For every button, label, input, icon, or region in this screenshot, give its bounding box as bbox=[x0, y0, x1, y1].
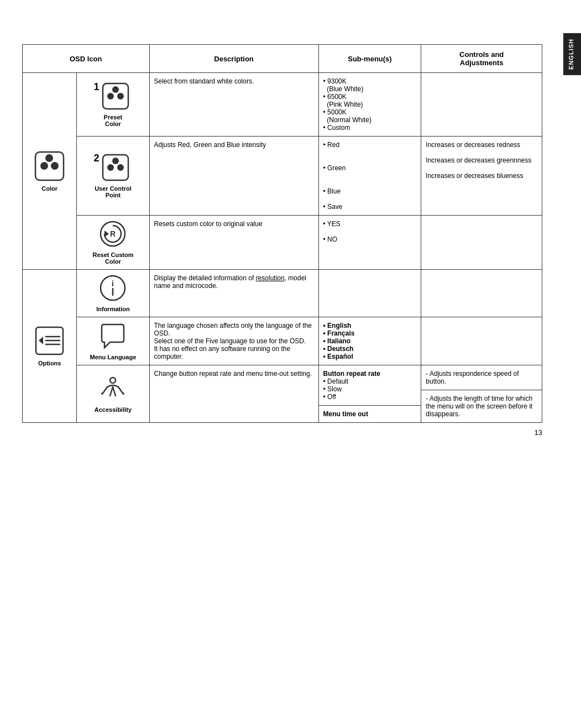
menu-language-icon bbox=[99, 322, 127, 350]
svg-line-25 bbox=[118, 387, 122, 392]
user-control-cell: 2 User ControlPoint bbox=[77, 137, 149, 216]
svg-point-7 bbox=[112, 86, 119, 93]
svg-line-27 bbox=[113, 387, 116, 396]
options-label: Options bbox=[27, 360, 72, 366]
color-icon bbox=[34, 151, 65, 181]
preset-color-controls bbox=[421, 73, 542, 137]
menu-language-description: The language chosen affects only the lan… bbox=[149, 317, 318, 365]
accessibility-controls: - Adjusts respondence speed of button. -… bbox=[421, 365, 542, 423]
information-icon: i bbox=[99, 274, 127, 302]
menu-language-controls bbox=[421, 317, 542, 365]
main-table: OSD Icon Description Sub-menu(s) Control… bbox=[22, 44, 542, 423]
user-control-controls: Increases or decreases redness Increases… bbox=[421, 137, 542, 216]
information-description: Display the detailed information of reso… bbox=[149, 270, 318, 317]
svg-point-23 bbox=[110, 378, 116, 383]
menu-language-cell: Menu Language bbox=[77, 317, 149, 365]
col-controls: Controls and Adjustments bbox=[421, 45, 542, 73]
language-tab: ENGLISH bbox=[563, 33, 581, 75]
preset-color-description: Select from standard white colors. bbox=[149, 73, 318, 137]
svg-point-9 bbox=[107, 164, 114, 171]
preset-color-label: PresetColor bbox=[81, 114, 144, 127]
options-group-icon: Options bbox=[23, 270, 77, 423]
col-osd-icon: OSD Icon bbox=[23, 45, 150, 73]
page-number: 13 bbox=[22, 428, 542, 437]
svg-point-3 bbox=[45, 154, 53, 162]
user-control-description: Adjusts Red, Green and Blue intensity bbox=[149, 137, 318, 216]
svg-point-10 bbox=[117, 164, 124, 171]
table-row: Accessibility Change button repeat rate … bbox=[23, 365, 542, 423]
reset-custom-submenu: • YES • NO bbox=[318, 216, 421, 270]
reset-custom-label: Reset CustomColor bbox=[81, 252, 144, 265]
accessibility-icon bbox=[99, 375, 127, 402]
options-icon bbox=[34, 326, 65, 356]
svg-line-24 bbox=[103, 387, 107, 392]
menu-language-label: Menu Language bbox=[81, 354, 144, 360]
color-group-icon: Color bbox=[23, 73, 77, 270]
color-label: Color bbox=[27, 185, 72, 192]
svg-point-28 bbox=[101, 392, 103, 395]
svg-marker-16 bbox=[39, 337, 43, 344]
information-controls bbox=[421, 270, 542, 317]
information-label: Information bbox=[81, 306, 144, 312]
information-cell: i Information bbox=[77, 270, 149, 317]
accessibility-submenu: Button repeat rate • Default• Slow• Off … bbox=[318, 365, 421, 423]
accessibility-label: Accessibility bbox=[81, 406, 144, 413]
col-description: Description bbox=[149, 45, 318, 73]
svg-point-2 bbox=[51, 162, 59, 170]
information-submenu bbox=[318, 270, 421, 317]
reset-custom-icon: R bbox=[99, 220, 127, 248]
svg-point-5 bbox=[107, 93, 114, 99]
user-control-icon bbox=[102, 154, 129, 181]
menu-timeout-header: Menu time out bbox=[323, 410, 368, 418]
reset-custom-cell: R Reset CustomColor bbox=[77, 216, 149, 270]
preset-color-submenu: • 9300K (Blue White) • 6500K (Pink White… bbox=[318, 73, 421, 137]
col-submenu: Sub-menu(s) bbox=[318, 45, 421, 73]
reset-custom-description: Resets custom color to original value bbox=[149, 216, 318, 270]
svg-marker-13 bbox=[104, 231, 109, 237]
table-row: Menu Language The language chosen affect… bbox=[23, 317, 542, 365]
table-row: Color 1 PresetColor Sele bbox=[23, 73, 542, 137]
menu-language-submenu: • English• Français• Italiano• Deutsch• … bbox=[318, 317, 421, 365]
user-control-submenu: • Red • Green • Blue • Save bbox=[318, 137, 421, 216]
svg-point-1 bbox=[40, 162, 48, 170]
preset-color-cell: 1 PresetColor bbox=[77, 73, 149, 137]
table-row: Options i Information Display the detail… bbox=[23, 270, 542, 317]
reset-custom-controls bbox=[421, 216, 542, 270]
svg-text:i: i bbox=[112, 279, 114, 288]
accessibility-cell: Accessibility bbox=[77, 365, 149, 423]
accessibility-description: Change button repeat rate and menu time-… bbox=[149, 365, 318, 423]
svg-text:R: R bbox=[110, 229, 116, 238]
svg-point-29 bbox=[122, 392, 124, 395]
table-row: R Reset CustomColor Resets custom color … bbox=[23, 216, 542, 270]
table-row: 2 User ControlPoint Adjusts Red, Green a… bbox=[23, 137, 542, 216]
button-repeat-header: Button repeat rate bbox=[323, 370, 380, 378]
svg-point-6 bbox=[117, 93, 124, 99]
svg-line-26 bbox=[110, 387, 113, 396]
svg-point-11 bbox=[112, 158, 119, 164]
preset-color-icon bbox=[102, 82, 129, 110]
user-control-label: User ControlPoint bbox=[81, 185, 144, 198]
